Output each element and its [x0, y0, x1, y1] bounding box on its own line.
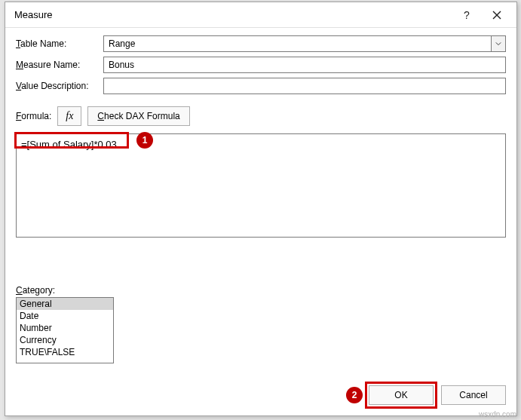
row-table-name: Table Name: [16, 35, 506, 52]
check-dax-button[interactable]: Check DAX Formula [87, 106, 189, 126]
table-name-combo[interactable] [103, 35, 506, 52]
annotation-callout-2: 2 [346, 387, 363, 403]
chevron-down-icon [495, 41, 501, 47]
watermark: wsxdn.com [479, 410, 516, 418]
category-list[interactable]: General Date Number Currency TRUE\FALSE [16, 297, 114, 363]
row-value-description: Value Description: [16, 78, 506, 94]
help-button[interactable]: ? [452, 5, 482, 26]
cancel-button[interactable]: Cancel [441, 385, 506, 405]
label-value-description: Value Description: [16, 81, 103, 91]
value-description-input[interactable] [103, 78, 506, 94]
table-name-input[interactable] [103, 35, 491, 52]
measure-name-input[interactable] [103, 57, 506, 73]
measure-dialog: Measure ? Table Name: Measure Name: Valu… [5, 2, 517, 416]
label-formula: Formula: [16, 111, 51, 121]
category-item-truefalse[interactable]: TRUE\FALSE [17, 346, 113, 358]
category-item-number[interactable]: Number [17, 322, 113, 334]
label-table-name: Table Name: [16, 38, 103, 49]
formula-area: 1 [16, 133, 506, 240]
titlebar: Measure ? [5, 2, 516, 28]
close-button[interactable] [482, 5, 512, 26]
category-item-date[interactable]: Date [17, 310, 113, 322]
dialog-footer: 2 OK Cancel [5, 378, 516, 415]
label-measure-name: Measure Name: [16, 60, 103, 70]
label-category: Category: [16, 285, 506, 296]
category-item-general[interactable]: General [17, 298, 113, 310]
row-measure-name: Measure Name: [16, 57, 506, 73]
dialog-content: Table Name: Measure Name: Value Descript… [5, 28, 516, 378]
close-icon [492, 11, 501, 20]
ok-button[interactable]: OK [369, 385, 434, 405]
table-name-dropdown-button[interactable] [491, 35, 506, 52]
fx-button[interactable]: fx [57, 106, 81, 126]
dialog-title: Measure [14, 9, 452, 20]
category-item-currency[interactable]: Currency [17, 334, 113, 346]
row-formula-tools: Formula: fx Check DAX Formula [16, 106, 506, 126]
formula-input[interactable] [16, 133, 506, 238]
